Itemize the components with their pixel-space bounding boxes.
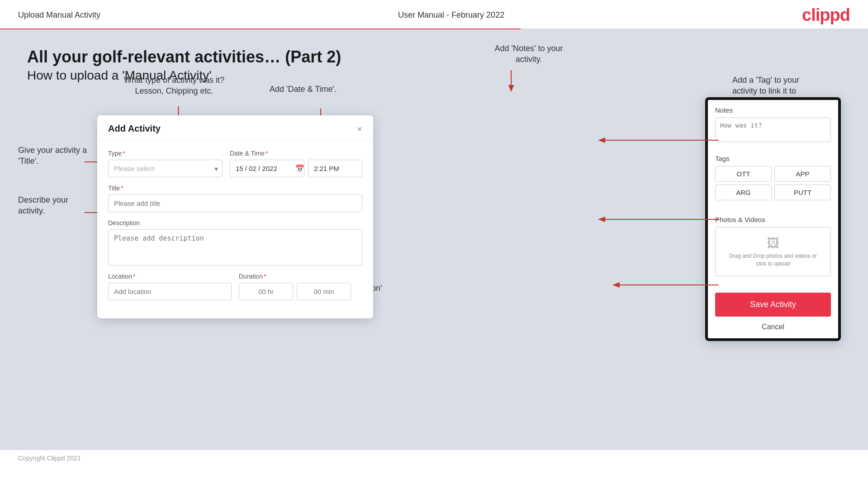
- type-datetime-row: Type* Please select ▾ Date & Time*: [108, 150, 362, 177]
- tags-grid: OTT APP ARG PUTT: [715, 166, 831, 200]
- tag-ott[interactable]: OTT: [715, 166, 772, 182]
- photos-section: Photos & Videos 🖼 Drag and Drop photos a…: [708, 209, 838, 286]
- annotation-datetime: Add 'Date & Time'.: [258, 84, 348, 95]
- type-select[interactable]: Please select: [108, 160, 223, 177]
- dialog-body: Type* Please select ▾ Date & Time*: [97, 141, 373, 318]
- type-group: Type* Please select ▾: [108, 150, 223, 177]
- annotation-title: Give your activity a 'Title'.: [18, 145, 90, 167]
- description-label: Description: [108, 219, 362, 227]
- datetime-label: Date & Time*: [230, 150, 362, 157]
- calendar-icon: 📅: [295, 164, 304, 173]
- tag-putt[interactable]: PUTT: [774, 185, 831, 200]
- tags-section-label: Tags: [715, 155, 831, 162]
- main-content: All your golf-relevant activities… (Part…: [0, 29, 868, 450]
- duration-min-input[interactable]: [297, 283, 351, 300]
- annotation-describe: Describe your activity.: [18, 194, 90, 217]
- date-time-group: 📅: [230, 160, 362, 177]
- svg-marker-17: [598, 217, 605, 222]
- top-bar: Upload Manual Activity User Manual - Feb…: [0, 0, 868, 28]
- copyright: Copyright Clippd 2021: [0, 450, 868, 466]
- svg-marker-19: [612, 282, 620, 288]
- photos-section-label: Photos & Videos: [715, 216, 831, 223]
- save-activity-button[interactable]: Save Activity: [715, 293, 831, 317]
- date-input[interactable]: [230, 160, 304, 177]
- photo-icon: 🖼: [720, 236, 826, 251]
- dialog-title: Add Activity: [108, 123, 161, 134]
- time-input[interactable]: [308, 160, 362, 177]
- page-title: Upload Manual Activity: [18, 10, 100, 20]
- action-section: Save Activity Cancel: [708, 286, 838, 338]
- cancel-button[interactable]: Cancel: [715, 320, 831, 334]
- title-field-label: Title*: [108, 185, 362, 192]
- tags-section: Tags OTT APP ARG PUTT: [708, 148, 838, 209]
- duration-label: Duration*: [239, 273, 362, 280]
- annotation-notes: Add 'Notes' to your activity.: [479, 43, 579, 65]
- notes-textarea[interactable]: [715, 118, 831, 142]
- photos-text: Drag and Drop photos and videos orclick …: [720, 252, 826, 268]
- notes-section-label: Notes: [715, 106, 831, 114]
- tag-app[interactable]: APP: [774, 166, 831, 182]
- dialog-header: Add Activity ×: [97, 115, 373, 141]
- photos-dropzone[interactable]: 🖼 Drag and Drop photos and videos orclic…: [715, 227, 831, 276]
- location-group: Location*: [108, 273, 232, 300]
- annotation-type: What type of activity was it? Lesson, Ch…: [122, 75, 226, 97]
- add-activity-dialog: Add Activity × Type* Please select ▾: [97, 115, 373, 318]
- duration-inputs: [239, 283, 362, 300]
- location-label: Location*: [108, 273, 232, 280]
- tag-arg[interactable]: ARG: [715, 185, 772, 200]
- datetime-group: Date & Time* 📅: [230, 150, 362, 177]
- title-group: Title*: [108, 185, 362, 212]
- svg-marker-13: [508, 85, 514, 92]
- svg-marker-15: [598, 137, 605, 143]
- manual-title: User Manual - February 2022: [398, 10, 504, 20]
- type-label: Type*: [108, 150, 223, 157]
- description-group: Description: [108, 219, 362, 265]
- duration-hr-input[interactable]: [239, 283, 293, 300]
- location-duration-row: Location* Duration*: [108, 273, 362, 300]
- title-input[interactable]: [108, 194, 362, 212]
- duration-group: Duration*: [239, 273, 362, 300]
- type-select-wrapper: Please select ▾: [108, 160, 223, 177]
- clippd-logo: clippd: [802, 5, 850, 25]
- notes-section: Notes: [708, 100, 838, 148]
- location-input[interactable]: [108, 283, 232, 300]
- close-button[interactable]: ×: [357, 124, 362, 133]
- description-textarea[interactable]: [108, 229, 362, 265]
- phone-panel: Notes Tags OTT APP ARG PUTT Photos & Vid…: [705, 97, 841, 341]
